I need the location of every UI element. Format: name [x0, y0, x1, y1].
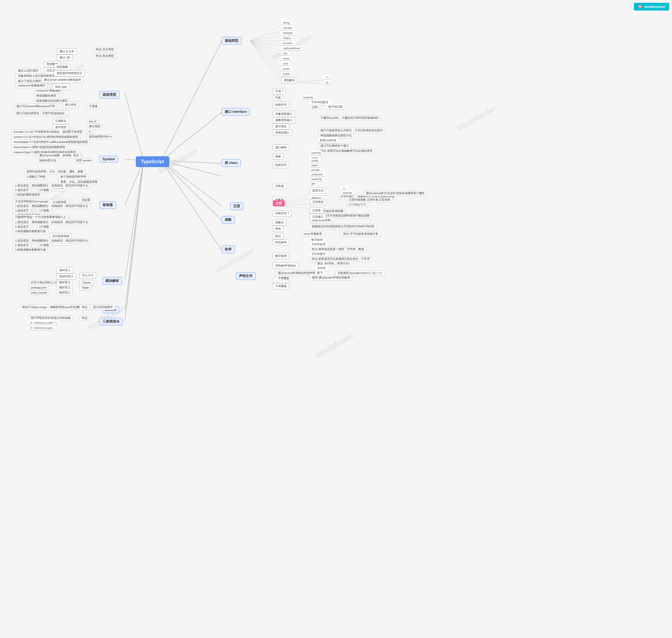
interface-only: 只读	[273, 95, 283, 101]
enum-sub-class: 子类覆盖	[273, 283, 289, 289]
svg-line-17	[250, 41, 281, 46]
adv-typeof: 通过 & 合并	[57, 48, 77, 54]
dec-declare-order: 1.函数以下特性	[24, 174, 48, 180]
basic-type-cast: 类型断言	[281, 77, 298, 84]
adv-subtype: 子类递	[87, 104, 100, 109]
center-node: TypeScript	[136, 156, 169, 167]
enum-union-note: 特点 枚举成员是某一类型：字符串、数值	[310, 247, 366, 252]
svg-line-16	[250, 41, 281, 41]
sym-builtin: 内置 Symbol	[74, 158, 94, 163]
svg-line-14	[250, 31, 281, 41]
adv-index-type: 索引类型	[63, 102, 79, 108]
topic-enum: 枚举	[222, 246, 235, 253]
svg-line-13	[250, 26, 281, 41]
triple-path: /// <reference path="">	[29, 321, 59, 325]
adv-null: 通过过null undefined类型操作	[41, 77, 84, 83]
mindmap-container: MindMaster MindMaster MindMaster MindMas…	[0, 0, 672, 638]
triple-feature: 特点	[80, 316, 90, 321]
dec-param-index: 3.构造函数的参数索引值	[13, 247, 48, 253]
basic-string: string	[281, 20, 291, 25]
adv-returntype: ReturnType<T>获取T的返回值回函数类型	[11, 145, 68, 150]
svg-line-7	[125, 94, 144, 161]
enum-init-default: 默认 从0开始，使用方式1	[315, 261, 352, 266]
dec-multi: 多个装饰器同时声明	[58, 174, 88, 180]
topic-basic-types: 基础类型	[222, 37, 241, 45]
adv-nonnullable: NonNullable<T>去掉T类型中null和undefined类型形成的类…	[11, 139, 90, 145]
enum-const-detail: 特点 不可以枚举成员做计算	[341, 231, 381, 237]
topic-module: 模块解析	[102, 277, 122, 285]
adv-exclude: Exclude<T,U>从T中排除所有U的组合，返回剩下的类型	[11, 129, 85, 135]
cast-as: as	[324, 80, 330, 85]
svg-line-9	[125, 161, 144, 205]
generic-extends: extends	[341, 191, 354, 195]
svg-line-22	[250, 41, 281, 72]
func-rest-note: 根据情况对应类型类型在不同的对方时候不同对应	[310, 224, 377, 229]
inherit-instance: 特点 使用可以出现抽象类可以出现的类型	[318, 148, 375, 154]
svg-line-2	[162, 161, 222, 163]
topic-class: 类 class	[222, 159, 241, 167]
adv-in: 联口只做为类型名，可用于组成也组合	[14, 111, 67, 116]
mod-public: public	[310, 158, 320, 163]
basic-function: function	[281, 41, 294, 46]
svg-line-15	[250, 36, 281, 41]
sym-internal: 独有内部方法	[37, 158, 58, 163]
class-modifiers-node: 特殊符号	[273, 162, 289, 168]
mod-classic-node: Classic	[80, 280, 94, 285]
special-bool: 正则	[310, 105, 320, 110]
func-optional-node: 特殊符号 ?	[273, 210, 291, 217]
generic-angle: <>	[341, 186, 348, 191]
logo-icon: 🧠	[638, 4, 642, 9]
topic-advanced: 高级类型	[99, 91, 119, 99]
watermark-5: MindMaster	[214, 245, 256, 275]
svg-line-6	[162, 161, 222, 206]
mod-nodemod: node_module	[29, 290, 49, 295]
svg-line-5	[162, 161, 222, 250]
basic-nullundefined: null/undefined	[281, 46, 301, 51]
cast-angle: <>	[324, 75, 331, 80]
basic-any: any	[281, 51, 289, 56]
dec-method-set: 也设置	[80, 198, 93, 203]
mod-absolute: 绝对对导入	[57, 273, 76, 280]
interface-inherit-node: 接口继承	[273, 145, 289, 151]
adv-index-in: key of	[87, 119, 98, 124]
adv-index-in2: in	[87, 129, 93, 134]
adv-typeof-note: 通过 is 进行保护	[16, 68, 40, 73]
adv-conditional: 可调联合	[53, 118, 69, 124]
dec-prop-note: 只能用申请这一个方法来查看整理输入人	[13, 215, 68, 220]
adv-union-note: 特点 联合类型	[94, 53, 116, 59]
adv-index-keyof: 索引类型	[87, 124, 103, 129]
interface-optional-node: 可选 ?	[273, 88, 286, 94]
enum-union-node: 联合枚举	[273, 239, 289, 246]
mixin-note: 类似于Object.assign，将解析类型class中的属性，方法，混入到目标…	[20, 305, 115, 310]
adv-type-infer: 类型推断	[54, 64, 70, 70]
mod-import-way: 导入方式	[80, 272, 96, 279]
topic-declare: 声明文件	[236, 272, 256, 280]
generic-class-node: 泛型类	[310, 207, 323, 214]
svg-line-12	[125, 161, 144, 321]
class-new: 检查new时候	[318, 138, 338, 143]
adv-cross: 特点 交叉类型	[94, 47, 116, 52]
topic-function: 函数	[222, 216, 235, 224]
svg-line-21	[250, 41, 281, 67]
logo-text: mindmaster	[644, 4, 665, 9]
svg-line-3	[162, 161, 222, 176]
svg-line-30	[279, 206, 310, 208]
class-extends: extends	[310, 151, 322, 155]
adv-extract: extract<T,U>从T中找出与U相同的用来组成新的类型	[11, 134, 80, 140]
mod-absolute-import: 绝对导入	[57, 290, 73, 296]
topic-symbol: Symbol	[99, 156, 118, 163]
svg-line-20	[250, 41, 281, 61]
sym-feature: 特点	[71, 153, 81, 158]
topic-decorator: 装饰器	[99, 201, 116, 209]
generic-t-type: (<T>(arg:T):T)	[347, 202, 368, 207]
svg-line-0	[162, 41, 222, 161]
mod-pkg-relative: 相对导入	[57, 285, 73, 290]
basic-number: number	[281, 26, 294, 30]
generic-highlight: 泛型	[273, 200, 285, 206]
mod-relative: 相对导入	[57, 267, 73, 273]
dec-class-note3: 3.成员的属性描述符	[13, 192, 42, 198]
svg-line-18	[250, 41, 281, 51]
adv-alias: 别名 type	[53, 84, 70, 90]
basic-never: never	[281, 56, 291, 61]
acc-get: get	[310, 181, 317, 186]
